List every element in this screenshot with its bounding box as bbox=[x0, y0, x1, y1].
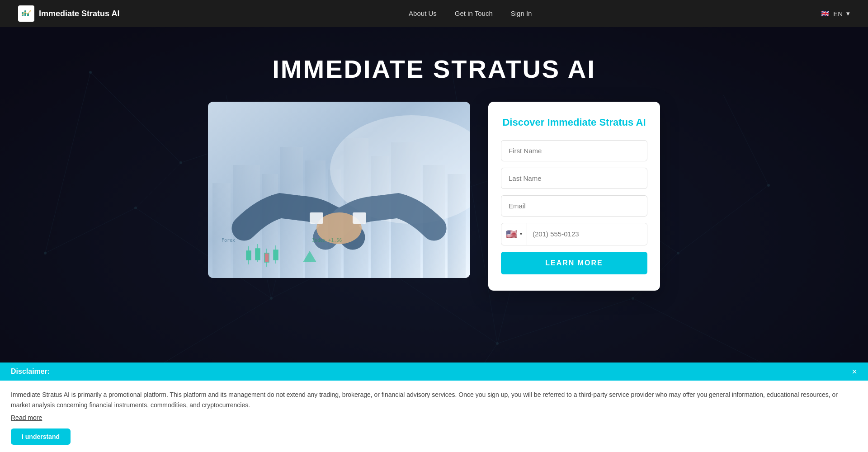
nav-about-us[interactable]: About Us bbox=[409, 9, 437, 17]
svg-point-40 bbox=[632, 297, 634, 300]
read-more-link[interactable]: Read more bbox=[11, 414, 42, 421]
nav-sign-in[interactable]: Sign In bbox=[511, 9, 532, 17]
language-selector[interactable]: 🇬🇧 EN ▾ bbox=[821, 9, 850, 18]
phone-input[interactable] bbox=[527, 224, 647, 244]
disclaimer-title: Disclaimer: bbox=[11, 367, 50, 376]
nav-get-in-touch[interactable]: Get in Touch bbox=[455, 9, 493, 17]
brand-icon bbox=[18, 5, 34, 22]
phone-flag-icon: 🇺🇸 bbox=[506, 229, 517, 240]
disclaimer-banner: Disclaimer: × Immediate Stratus AI is pr… bbox=[0, 363, 868, 452]
last-name-input[interactable] bbox=[501, 168, 647, 189]
flag-icon: 🇬🇧 bbox=[821, 9, 830, 18]
phone-flag-selector[interactable]: 🇺🇸 ▾ bbox=[501, 223, 527, 245]
hero-content: IMMEDIATE STRATUS AI bbox=[0, 27, 868, 291]
brand-logo[interactable]: Immediate Stratus AI bbox=[18, 5, 119, 22]
svg-text:Index +1.56: Index +1.56 bbox=[312, 238, 342, 243]
svg-rect-67 bbox=[274, 250, 278, 260]
hero-image: Forex Index +1.56 bbox=[208, 102, 470, 278]
disclaimer-close-button[interactable]: × bbox=[852, 367, 857, 376]
navbar: Immediate Stratus AI About Us Get in Tou… bbox=[0, 0, 868, 27]
disclaimer-header: Disclaimer: × bbox=[0, 363, 868, 381]
understand-button[interactable]: I understand bbox=[11, 428, 71, 445]
reg-title-plain: Discover bbox=[502, 117, 547, 128]
chevron-down-icon: ▾ bbox=[846, 9, 850, 18]
disclaimer-text: Immediate Stratus AI is primarily a prom… bbox=[11, 390, 857, 410]
learn-more-button[interactable]: LEARN MORE bbox=[501, 252, 647, 274]
hero-title: IMMEDIATE STRATUS AI bbox=[0, 54, 868, 84]
brand-name: Immediate Stratus AI bbox=[39, 9, 119, 19]
main-nav: About Us Get in Touch Sign In bbox=[409, 9, 532, 18]
email-input[interactable] bbox=[501, 195, 647, 217]
registration-card: Discover Immediate Stratus AI 🇺🇸 ▾ LEARN… bbox=[488, 102, 660, 291]
reg-title-highlight: Immediate Stratus AI bbox=[547, 117, 646, 128]
handshake-illustration: Forex Index +1.56 bbox=[208, 102, 470, 278]
language-label: EN bbox=[833, 10, 843, 18]
reg-card-title: Discover Immediate Stratus AI bbox=[501, 116, 647, 129]
svg-rect-61 bbox=[246, 251, 251, 260]
phone-row: 🇺🇸 ▾ bbox=[501, 223, 647, 245]
svg-text:Forex: Forex bbox=[222, 238, 235, 243]
svg-rect-57 bbox=[353, 212, 366, 224]
svg-rect-56 bbox=[310, 212, 323, 224]
svg-point-39 bbox=[496, 342, 499, 345]
svg-rect-63 bbox=[255, 249, 260, 260]
first-name-input[interactable] bbox=[501, 140, 647, 161]
hero-body: Forex Index +1.56 bbox=[118, 102, 750, 291]
svg-point-3 bbox=[30, 10, 31, 12]
disclaimer-body: Immediate Stratus AI is primarily a prom… bbox=[0, 381, 868, 452]
hero-section: IMMEDIATE STRATUS AI bbox=[0, 27, 868, 452]
svg-rect-43 bbox=[212, 183, 231, 278]
svg-point-37 bbox=[270, 297, 273, 300]
svg-rect-65 bbox=[264, 253, 269, 262]
